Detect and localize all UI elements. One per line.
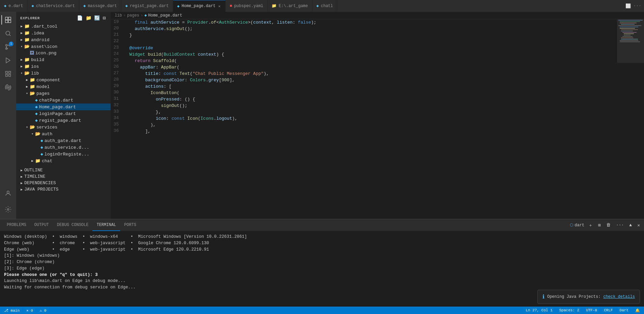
- spaces[interactable]: Spaces: 2: [558, 308, 581, 312]
- line-content-28[interactable]: backgroundColor: Colors.grey[900],: [124, 77, 614, 83]
- error-count[interactable]: ✕ 0: [25, 308, 34, 313]
- tree-item-loginPage[interactable]: ◆loginPage.dart: [16, 110, 111, 117]
- tree-item-home_page[interactable]: ◆Home_page.dart: [16, 104, 111, 110]
- timeline-section[interactable]: ▶ TIMELINE: [16, 173, 111, 180]
- line-content-31[interactable]: onPressed: () {: [124, 96, 614, 103]
- tree-arrow-services: ▾: [24, 125, 30, 129]
- activity-remote[interactable]: [1, 81, 15, 94]
- line-content-29[interactable]: actions: [: [124, 83, 614, 90]
- panel-tab-ports[interactable]: PORTS: [120, 219, 140, 231]
- line-content-33[interactable]: },: [124, 109, 614, 115]
- line-content-34[interactable]: icon: const Icon(Icons.logout),: [124, 115, 614, 122]
- account-icon[interactable]: [1, 187, 15, 200]
- tab-tab7[interactable]: 📁E:\.art_game: [268, 0, 312, 12]
- new-folder-btn[interactable]: 📁: [85, 15, 92, 22]
- line-ending[interactable]: CRLF: [603, 308, 614, 312]
- activity-explorer[interactable]: [1, 13, 15, 27]
- line-content-36[interactable]: ],: [124, 128, 614, 135]
- tree-item-loginOrRegiste[interactable]: ◆loginOrRegiste...: [16, 151, 111, 158]
- line-content-23[interactable]: @override: [124, 45, 614, 51]
- tree-item-model[interactable]: ▶📁model: [16, 83, 111, 90]
- terminal-line: [3]: Edge (edge): [4, 265, 640, 272]
- notifications[interactable]: 🔔: [634, 308, 641, 313]
- tree-item-ios[interactable]: ▶📁ios: [16, 63, 111, 70]
- panel-tab-terminal[interactable]: TERMINAL: [92, 219, 120, 231]
- new-file-btn[interactable]: 📄: [76, 15, 84, 22]
- git-branch[interactable]: ⎇ main: [3, 308, 21, 313]
- tree-item-regist_page[interactable]: ◆regist_page.dart: [16, 117, 111, 124]
- line-content-32[interactable]: signOut();: [124, 103, 614, 109]
- tab-tab1[interactable]: ◆e.dart: [0, 0, 27, 12]
- line-number-32: 32: [111, 103, 124, 109]
- java-projects-label: JAVA PROJECTS: [24, 187, 58, 192]
- line-number-26: 26: [111, 64, 124, 70]
- tree-item-services[interactable]: ▾📂services: [16, 124, 111, 131]
- warning-count[interactable]: ⚠ 0: [38, 308, 48, 313]
- tree-item-auth_service[interactable]: ◆auth_service.d...: [16, 144, 111, 151]
- line-content-22[interactable]: [124, 38, 614, 45]
- java-projects-section[interactable]: ▶ JAVA PROJECTS: [16, 186, 111, 193]
- more-tabs-icon[interactable]: ···: [634, 3, 641, 8]
- activity-run[interactable]: [1, 54, 15, 67]
- encoding[interactable]: UTF-8: [585, 308, 598, 312]
- line-content-35[interactable]: ),: [124, 122, 614, 128]
- settings-icon[interactable]: [1, 203, 15, 216]
- line-content-21[interactable]: }: [124, 32, 614, 38]
- line-content-25[interactable]: return Scaffold(: [124, 58, 614, 64]
- tree-item-android[interactable]: ▶📁android: [16, 36, 111, 43]
- tab-tab6[interactable]: ■pubspec.yaml: [226, 0, 268, 12]
- tab-tab3[interactable]: ◆massage.dart: [79, 0, 121, 12]
- breadcrumb-pages[interactable]: pages: [127, 13, 139, 18]
- panel-tab-output[interactable]: OUTPUT: [30, 219, 53, 231]
- add-terminal-btn[interactable]: ＋: [587, 222, 594, 229]
- tree-item-dart_tool[interactable]: ▶📁.dart_tool: [16, 23, 111, 30]
- tree-item-pages[interactable]: ▾📂pages: [16, 90, 111, 97]
- line-content-26[interactable]: appBar: AppBar(: [124, 64, 614, 70]
- tab-tab2[interactable]: ◆chatService.dart: [27, 0, 79, 12]
- tree-item-idea[interactable]: ▶📁.idea: [16, 30, 111, 36]
- line-content-20[interactable]: authService.signOut();: [124, 26, 614, 32]
- line-content-27[interactable]: title: const Text("Chat Public Messenger…: [124, 70, 614, 77]
- dependencies-section[interactable]: ▶ DEPENDENCIES: [16, 180, 111, 186]
- breadcrumb-file[interactable]: Home_page.dart: [148, 13, 182, 18]
- svg-rect-0: [5, 17, 8, 20]
- split-terminal-btn[interactable]: ⊞: [597, 222, 602, 229]
- more-panel-btn[interactable]: ···: [615, 222, 625, 228]
- tree-item-auth[interactable]: ▾📂auth: [16, 131, 111, 137]
- panel-close-btn[interactable]: ✕: [636, 222, 641, 229]
- tree-item-asset_icon[interactable]: ▾📂asset\icon: [16, 43, 111, 50]
- panel-maximize-btn[interactable]: ▲: [628, 222, 633, 228]
- refresh-btn[interactable]: 🔄: [93, 15, 101, 22]
- panel-tab-problems[interactable]: PROBLEMS: [3, 219, 30, 231]
- activity-search[interactable]: [1, 27, 15, 40]
- code-editor[interactable]: 19 final authService = Provider.of<AuthS…: [111, 19, 617, 219]
- tree-item-component[interactable]: ▶📁component: [16, 77, 111, 83]
- activity-source_control[interactable]: 1: [1, 40, 15, 54]
- language-mode[interactable]: Dart: [618, 308, 630, 312]
- notification-link[interactable]: check details: [603, 294, 635, 299]
- tree-icon-regist_page: ◆: [35, 118, 38, 123]
- line-content-19[interactable]: final authService = Provider.of<AuthServ…: [124, 19, 614, 26]
- line-content-30[interactable]: IconButton(: [124, 90, 614, 96]
- activity-extensions[interactable]: [1, 67, 15, 81]
- panel-tab-debug_console[interactable]: DEBUG CONSOLE: [53, 219, 93, 231]
- tree-item-chatPage[interactable]: ◆chatPage.dart: [16, 97, 111, 104]
- tree-item-chat[interactable]: ▶📁chat: [16, 158, 111, 164]
- collapse-btn[interactable]: ⊟: [102, 15, 107, 22]
- tree-item-build[interactable]: ▶📁build: [16, 56, 111, 63]
- ln-col[interactable]: Ln 27, Col 1: [525, 308, 554, 312]
- line-content-24[interactable]: Widget build(BuildContext context) {: [124, 51, 614, 58]
- tree-item-icon_png[interactable]: 🖼icon.png: [16, 50, 111, 56]
- tree-item-lib[interactable]: ▾📂lib: [16, 70, 111, 77]
- tab-close-tab5[interactable]: ✕: [218, 4, 221, 9]
- tree-item-auth_gate[interactable]: ◆auth_gate.dart: [16, 137, 111, 144]
- tab-tab8[interactable]: ◆chatl: [312, 0, 337, 12]
- layout-icon[interactable]: ⬜: [625, 3, 631, 9]
- breadcrumb-lib[interactable]: lib: [115, 13, 122, 18]
- tab-tab5[interactable]: ◆Home_page.dart✕: [173, 0, 226, 12]
- outline-section[interactable]: ▶ OUTLINE: [16, 167, 111, 173]
- tree-label-home_page: Home_page.dart: [39, 105, 111, 110]
- delete-terminal-btn[interactable]: 🗑: [605, 222, 612, 228]
- svg-line-5: [9, 35, 11, 36]
- tab-tab4[interactable]: ◆regist_page.dart: [121, 0, 173, 12]
